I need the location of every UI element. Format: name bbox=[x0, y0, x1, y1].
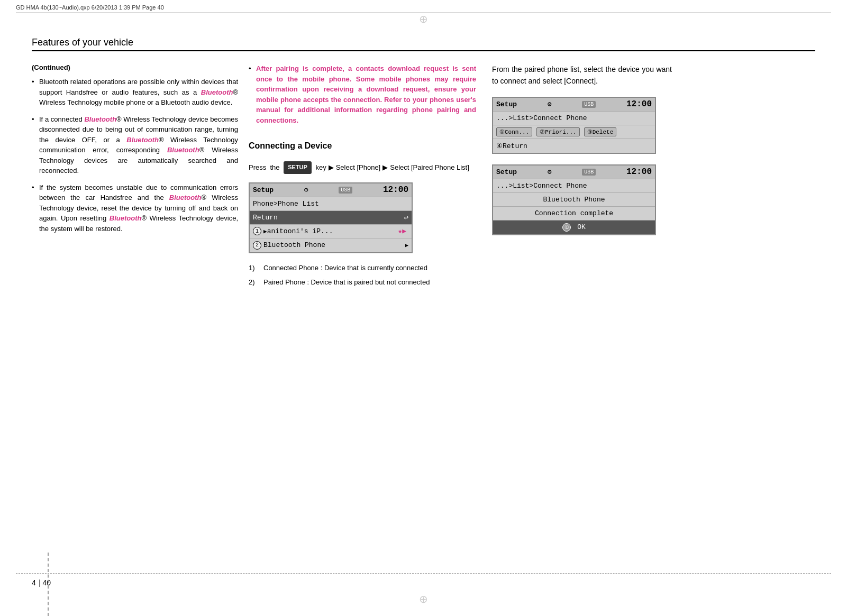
bluetooth-italic: Bluetooth bbox=[84, 115, 116, 123]
select-paired: Select [Paired Phone List] bbox=[390, 161, 469, 173]
bullet-text: If a connected Bluetooth® Wireless Techn… bbox=[39, 115, 238, 175]
screen-usb-badge: USB bbox=[339, 187, 352, 194]
r1-gear-icon: ⚙ bbox=[548, 100, 552, 108]
arrow-right-small: ▶ bbox=[263, 228, 267, 235]
r2-circle: ① bbox=[562, 223, 571, 232]
screen-setup-label: Setup bbox=[253, 186, 274, 194]
r2-row2-text: ...>List>Connect Phone bbox=[496, 182, 587, 190]
middle-column: After pairing is complete, a contacts do… bbox=[249, 63, 476, 292]
footer-line bbox=[16, 573, 831, 574]
num-label-2: 2) bbox=[249, 277, 255, 288]
bluetooth-italic: Bluetooth bbox=[167, 146, 199, 154]
screen-header-row: Setup ⚙ USB 12:00 bbox=[250, 183, 412, 197]
r1-row3: ①Conn... ②Priori... ③Delete bbox=[493, 125, 655, 139]
screen-settings-icon: ⚙ bbox=[304, 186, 308, 194]
r1-header: Setup ⚙ USB 12:00 bbox=[493, 98, 655, 112]
press-instruction: Press the SETUP key ▶ Select [Phone] ▶ S… bbox=[249, 161, 476, 174]
right-screen-1: Setup ⚙ USB 12:00 ...>List>Connect Phone… bbox=[492, 97, 656, 154]
circle-2: 2 bbox=[253, 241, 261, 250]
desc-1-text: Connected Phone : Device that is current… bbox=[263, 264, 427, 272]
page-num-left: 4 bbox=[32, 578, 36, 587]
top-bar: GD HMA 4b(130~Audio).qxp 6/20/2013 1:39 … bbox=[16, 4, 831, 13]
list-item: If the system becomes unstable due to co… bbox=[32, 182, 238, 234]
list-item: 2) Paired Phone : Device that is paired … bbox=[249, 277, 476, 288]
bullet-text: Bluetooth related operations are possibl… bbox=[39, 78, 238, 106]
arrow2: ▶ bbox=[382, 161, 388, 173]
left-dashed-line bbox=[48, 553, 49, 616]
list-item: If a connected Bluetooth® Wireless Techn… bbox=[32, 114, 238, 176]
r1-setup: Setup bbox=[496, 100, 517, 108]
from-text: From the paired phone list, select the d… bbox=[492, 63, 672, 87]
top-crosshair: ⊕ bbox=[419, 13, 428, 25]
priori-btn: ②Priori... bbox=[536, 127, 579, 136]
after-bullet-text: After pairing is complete, a contacts do… bbox=[256, 65, 476, 124]
r2-ok: OK bbox=[577, 223, 586, 231]
page-title: Features of your vehicle bbox=[32, 37, 133, 48]
connecting-device-title: Connecting a Device bbox=[249, 141, 476, 151]
r2-gear-icon: ⚙ bbox=[548, 168, 552, 176]
r2-row4: Connection complete bbox=[493, 207, 655, 220]
top-bar-text: GD HMA 4b(130~Audio).qxp 6/20/2013 1:39 … bbox=[16, 4, 831, 11]
from-text-content: From the paired phone list, select the d… bbox=[492, 65, 672, 85]
press-text: Press the bbox=[249, 161, 281, 173]
continued-label: (Continued) bbox=[32, 63, 238, 71]
screen-row-5: 2 Bluetooth Phone ▶ bbox=[250, 238, 412, 252]
row5-arrow: ▶ bbox=[405, 242, 408, 249]
after-bullet: After pairing is complete, a contacts do… bbox=[249, 63, 476, 125]
list-item: Bluetooth related operations are possibl… bbox=[32, 77, 238, 108]
screen-row-3: Return ↩ bbox=[250, 211, 412, 225]
r1-row4: ④Return bbox=[493, 139, 655, 153]
screen-row-4: 1 ▶ anitooni's iP... ★▶ bbox=[250, 225, 412, 238]
screen-time: 12:00 bbox=[383, 185, 408, 195]
delete-btn: ③Delete bbox=[584, 127, 617, 136]
r1-return-text: ④Return bbox=[496, 142, 527, 150]
r2-row5: ① OK bbox=[493, 220, 655, 234]
select-text: Select [Phone] bbox=[336, 161, 381, 173]
r2-time: 12:00 bbox=[626, 167, 652, 177]
r2-setup: Setup bbox=[496, 168, 517, 176]
right-column: From the paired phone list, select the d… bbox=[492, 63, 672, 246]
arrow1: ▶ bbox=[329, 161, 334, 173]
star-icon: ★▶ bbox=[398, 227, 406, 235]
conn-btn: ①Conn... bbox=[496, 127, 532, 136]
bottom-crosshair: ⊕ bbox=[419, 593, 428, 605]
r2-row2: ...>List>Connect Phone bbox=[493, 179, 655, 193]
device-1-name: anitooni's iP... bbox=[267, 227, 333, 235]
numbered-desc-list: 1) Connected Phone : Device that is curr… bbox=[249, 263, 476, 288]
r1-usb: USB bbox=[582, 101, 596, 108]
r1-row2: ...>List>Connect Phone bbox=[493, 112, 655, 125]
r1-time: 12:00 bbox=[626, 99, 652, 109]
r2-header: Setup ⚙ USB 12:00 bbox=[493, 166, 655, 179]
r2-conn-complete: Connection complete bbox=[535, 209, 613, 217]
screen-row-2: Phone>Phone List bbox=[250, 197, 412, 211]
r2-bt-phone: Bluetooth Phone bbox=[543, 196, 605, 204]
r1-row2-text: ...>List>Connect Phone bbox=[496, 114, 587, 122]
phone-screen-1: Setup ⚙ USB 12:00 Phone>Phone List Retur… bbox=[249, 182, 413, 253]
desc-2-text: Paired Phone : Device that is paired but… bbox=[263, 278, 430, 286]
r2-usb: USB bbox=[582, 169, 596, 176]
circle-1: 1 bbox=[253, 227, 261, 235]
bluetooth-italic: Bluetooth bbox=[201, 88, 233, 96]
key-text: key bbox=[314, 161, 326, 173]
setup-key-badge: SETUP bbox=[284, 161, 312, 174]
list-item: 1) Connected Phone : Device that is curr… bbox=[249, 263, 476, 273]
bluetooth-italic: Bluetooth bbox=[169, 194, 202, 201]
screen-row2-text: Phone>Phone List bbox=[253, 200, 319, 208]
return-arrow-icon: ↩ bbox=[404, 213, 408, 222]
num-label-1: 1) bbox=[249, 263, 255, 273]
bullet-text: If the system becomes unstable due to co… bbox=[39, 183, 238, 233]
left-column: (Continued) Bluetooth related operations… bbox=[32, 63, 238, 240]
bullet-list: Bluetooth related operations are possibl… bbox=[32, 77, 238, 234]
device-2-name: Bluetooth Phone bbox=[263, 241, 325, 249]
page-num-right: 40 bbox=[43, 578, 51, 587]
page-title-area: Features of your vehicle bbox=[32, 37, 815, 51]
bluetooth-italic: Bluetooth bbox=[110, 214, 142, 222]
r2-row3: Bluetooth Phone bbox=[493, 193, 655, 207]
bluetooth-italic: Bluetooth bbox=[126, 136, 159, 144]
page-sep bbox=[39, 580, 40, 587]
right-screen-2: Setup ⚙ USB 12:00 ...>List>Connect Phone… bbox=[492, 164, 656, 235]
return-label: Return bbox=[253, 214, 278, 222]
